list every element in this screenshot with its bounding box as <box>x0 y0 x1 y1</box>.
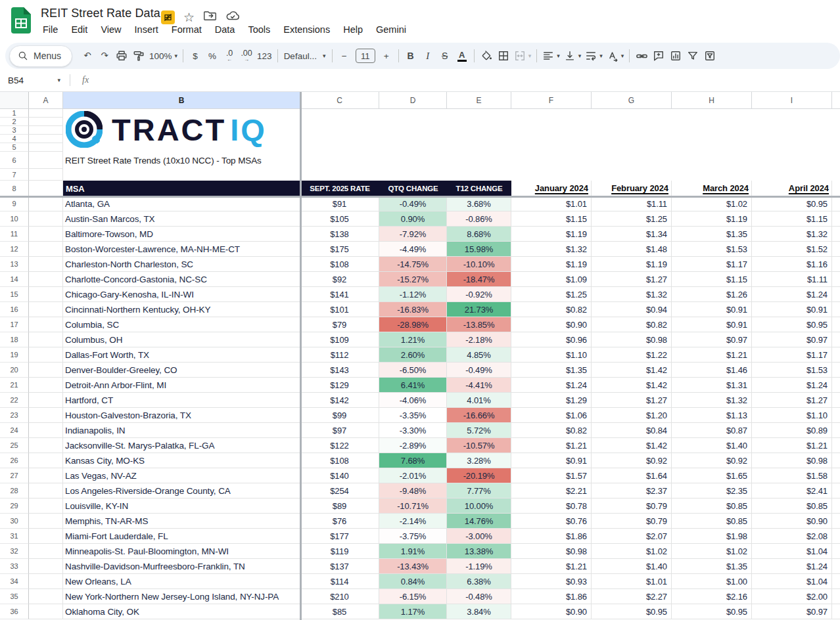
t12-cell[interactable]: 15.98% <box>447 242 511 257</box>
cell-J27[interactable] <box>832 468 840 483</box>
menu-gemini[interactable]: Gemini <box>369 23 413 36</box>
msa-cell[interactable]: Boston-Worcester-Lawrence, MA-NH-ME-CT <box>63 242 300 257</box>
column-header-B[interactable]: B <box>63 92 300 109</box>
cell-I1[interactable] <box>752 109 832 118</box>
qtq-cell[interactable]: -2.01% <box>379 468 447 483</box>
cell-J33[interactable] <box>832 559 840 574</box>
cell-J29[interactable] <box>832 498 840 514</box>
month-value-cell[interactable]: $1.20 <box>592 408 672 423</box>
month-value-cell[interactable]: $1.86 <box>511 589 592 604</box>
msa-cell[interactable]: Charlotte-Concord-Gastonia, NC-SC <box>63 272 300 287</box>
column-header-D[interactable]: D <box>379 92 447 109</box>
cell-A8[interactable] <box>29 181 63 196</box>
menu-edit[interactable]: Edit <box>64 23 94 36</box>
rate-cell[interactable]: $99 <box>300 408 379 423</box>
month-value-cell[interactable]: $1.02 <box>672 196 752 211</box>
row-header-9[interactable]: 9 <box>0 196 29 211</box>
rate-cell[interactable]: $141 <box>300 287 379 302</box>
month-value-cell[interactable]: $1.48 <box>592 242 672 257</box>
month-value-cell[interactable]: $1.15 <box>511 211 592 227</box>
month-value-cell[interactable]: $1.10 <box>511 347 592 363</box>
insert-link-button[interactable] <box>633 47 650 65</box>
horizontal-align-button[interactable]: ▾ <box>540 47 562 65</box>
create-filter-button[interactable] <box>684 47 701 65</box>
qtq-cell[interactable]: 1.21% <box>379 332 447 347</box>
month-value-cell[interactable]: $1.02 <box>592 544 672 559</box>
qtq-cell[interactable]: -3.30% <box>379 423 447 438</box>
cell-J30[interactable] <box>832 514 840 529</box>
msa-cell[interactable]: Detroit-Ann Arbor-Flint, MI <box>63 378 300 393</box>
msa-cell[interactable]: Kansas City, MO-KS <box>63 453 300 468</box>
month-value-cell[interactable]: $1.09 <box>511 272 592 287</box>
cell-E1[interactable] <box>447 109 511 118</box>
cell-A1[interactable] <box>29 109 63 118</box>
cell-A28[interactable] <box>29 483 63 498</box>
month-value-cell[interactable]: $1.27 <box>752 393 832 408</box>
rate-cell[interactable]: $175 <box>300 242 379 257</box>
menu-help[interactable]: Help <box>337 23 369 36</box>
month-value-cell[interactable]: $0.76 <box>511 514 592 529</box>
msa-cell[interactable]: Cincinnati-Northern Kentucky, OH-KY <box>63 302 300 317</box>
month-value-cell[interactable]: $1.24 <box>511 378 592 393</box>
cell-A25[interactable] <box>29 438 63 453</box>
cell-J18[interactable] <box>832 332 840 347</box>
row-header-33[interactable]: 33 <box>0 559 29 574</box>
cell-A32[interactable] <box>29 544 63 559</box>
month-value-cell[interactable]: $0.91 <box>752 302 832 317</box>
t12-cell[interactable]: -18.47% <box>447 272 511 287</box>
row-header-4[interactable]: 4 <box>0 135 29 143</box>
cell-D7[interactable] <box>379 169 447 181</box>
text-rotation-button[interactable]: ▾ <box>605 47 626 65</box>
cell-F3[interactable] <box>511 126 592 135</box>
month-value-cell[interactable]: $0.98 <box>511 544 592 559</box>
cell-J21[interactable] <box>832 378 840 393</box>
row-header-34[interactable]: 34 <box>0 574 29 589</box>
month-value-cell[interactable]: $1.26 <box>672 287 752 302</box>
increase-decimals-button[interactable]: .00→ <box>238 47 255 65</box>
cell-A13[interactable] <box>29 257 63 272</box>
cell-G3[interactable] <box>592 126 672 135</box>
msa-cell[interactable]: Austin-San Marcos, TX <box>63 211 300 227</box>
row-header-21[interactable]: 21 <box>0 378 29 393</box>
month-value-cell[interactable]: $0.95 <box>752 196 832 211</box>
cell-J19[interactable] <box>832 347 840 363</box>
cell-A14[interactable] <box>29 272 63 287</box>
column-header-G[interactable]: G <box>592 92 672 109</box>
month-value-cell[interactable]: $1.31 <box>672 378 752 393</box>
cell-J8[interactable] <box>832 181 840 196</box>
cell-J31[interactable] <box>832 529 840 544</box>
row-header-6[interactable]: 6 <box>0 152 29 169</box>
cell-A23[interactable] <box>29 408 63 423</box>
qtq-cell[interactable]: -14.75% <box>379 257 447 272</box>
cell-G5[interactable] <box>592 143 672 152</box>
qtq-cell[interactable]: -2.14% <box>379 514 447 529</box>
cell-A3[interactable] <box>29 126 63 135</box>
decrease-decimals-button[interactable]: .0← <box>221 47 238 65</box>
cell-A26[interactable] <box>29 453 63 468</box>
msa-cell[interactable]: Louisville, KY-IN <box>63 498 300 514</box>
qtq-cell[interactable]: 0.90% <box>379 211 447 227</box>
cell-J15[interactable] <box>832 287 840 302</box>
msa-cell[interactable]: Minneapolis-St. Paul-Bloomington, MN-WI <box>63 544 300 559</box>
month-value-cell[interactable]: $0.91 <box>672 302 752 317</box>
rate-cell[interactable]: $92 <box>300 272 379 287</box>
t12-cell[interactable]: 7.77% <box>447 483 511 498</box>
month-value-cell[interactable]: $2.41 <box>752 483 832 498</box>
cell-H5[interactable] <box>672 143 752 152</box>
cell-J12[interactable] <box>832 242 840 257</box>
font-size-input[interactable]: 11 <box>356 49 375 63</box>
row-header-15[interactable]: 15 <box>0 287 29 302</box>
cell-G1[interactable] <box>592 109 672 118</box>
cell-H3[interactable] <box>672 126 752 135</box>
cell-J25[interactable] <box>832 438 840 453</box>
column-header-A[interactable]: A <box>29 92 63 109</box>
month-value-cell[interactable]: $0.87 <box>672 423 752 438</box>
row-header-36[interactable]: 36 <box>0 604 29 619</box>
cell-C5[interactable] <box>300 143 379 152</box>
cell-J16[interactable] <box>832 302 840 317</box>
rate-cell[interactable]: $89 <box>300 498 379 514</box>
cell-E2[interactable] <box>447 118 511 126</box>
cell-J13[interactable] <box>832 257 840 272</box>
month-value-cell[interactable]: $2.08 <box>752 529 832 544</box>
msa-cell[interactable]: Jacksonville-St. Marys-Palatka, FL-GA <box>63 438 300 453</box>
